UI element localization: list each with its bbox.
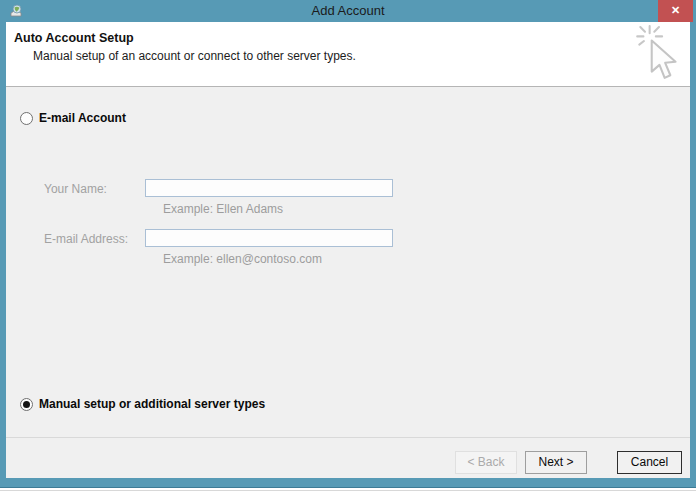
your-name-example: Example: Ellen Adams (163, 202, 283, 216)
add-account-dialog: Add Account ✕ Auto Account Setup Manual … (0, 0, 696, 488)
desktop-edge-line (0, 490, 696, 491)
cancel-button[interactable]: Cancel (617, 451, 682, 474)
titlebar[interactable]: Add Account ✕ (0, 0, 696, 22)
your-name-input[interactable] (145, 179, 393, 197)
email-address-example: Example: ellen@contoso.com (163, 252, 322, 266)
wizard-header: Auto Account Setup Manual setup of an ac… (6, 22, 690, 87)
manual-setup-radio[interactable] (20, 398, 33, 411)
email-address-input[interactable] (145, 229, 393, 247)
wizard-title: Auto Account Setup (14, 31, 134, 45)
email-account-radio-label[interactable]: E-mail Account (39, 111, 126, 125)
button-bar: < Back Next > Cancel (6, 437, 690, 478)
mail-setup-app-icon (8, 3, 24, 19)
click-cursor-starburst-icon (631, 25, 689, 83)
your-name-label: Your Name: (44, 182, 107, 196)
back-button[interactable]: < Back (455, 451, 517, 474)
email-account-radio[interactable] (20, 112, 33, 125)
close-button[interactable]: ✕ (658, 0, 693, 22)
manual-setup-radio-label[interactable]: Manual setup or additional server types (39, 397, 265, 411)
window-title: Add Account (0, 0, 696, 22)
next-button[interactable]: Next > (525, 451, 587, 474)
wizard-subtitle: Manual setup of an account or connect to… (33, 49, 356, 63)
dialog-content: Auto Account Setup Manual setup of an ac… (6, 22, 690, 478)
email-address-label: E-mail Address: (44, 232, 128, 246)
